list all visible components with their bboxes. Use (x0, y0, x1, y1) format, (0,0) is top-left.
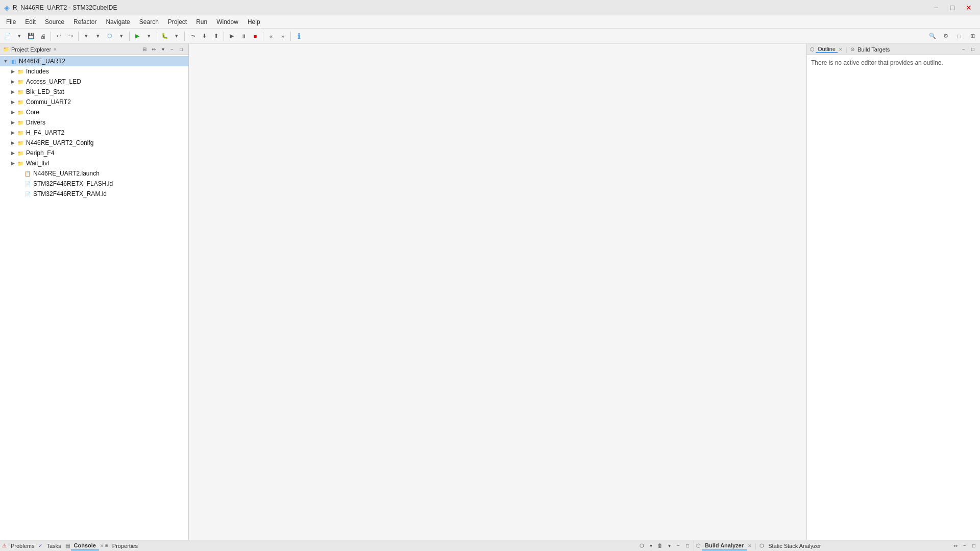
toolbar-search-icon[interactable]: 🔍 (927, 31, 938, 42)
toolbar-debug-bug[interactable]: 🐛 (159, 31, 170, 42)
toolbar-prev-annotation[interactable]: « (265, 31, 277, 42)
center-panel (189, 44, 806, 540)
outline-minimize-button[interactable]: − (960, 45, 968, 54)
outline-tab-close[interactable]: ✕ (839, 47, 843, 52)
tree-wait-ltvl-item[interactable]: ▶ 📁 Wait_ltvl (0, 158, 188, 168)
toolbar-step-into[interactable]: ⬇ (199, 31, 210, 42)
menu-source[interactable]: Source (41, 16, 68, 28)
minimize-button[interactable]: − (929, 2, 943, 13)
toolbar-step-over[interactable]: ⤼ (187, 31, 198, 42)
outline-maximize-button[interactable]: □ (969, 45, 977, 54)
title-text: ◈ R_N446RE_UART2 - STM32CubeIDE (4, 4, 117, 12)
tree-n446re-config-item[interactable]: ▶ 📁 N446RE_UART2_Conifg (0, 138, 188, 148)
toolbar-suspend[interactable]: ⏸ (238, 31, 249, 42)
minimize-panel-button[interactable]: − (168, 45, 176, 54)
toolbar-settings[interactable]: ⚙ (940, 31, 951, 42)
drivers-expand-arrow[interactable]: ▶ (9, 120, 16, 125)
build-maximize-btn[interactable]: □ (970, 542, 978, 550)
tree-periph-f4-item[interactable]: ▶ 📁 Periph_F4 (0, 148, 188, 158)
toolbar-undo[interactable]: ↩ (53, 31, 64, 42)
toolbar-info[interactable]: ℹ (293, 31, 304, 42)
toolbar-run-dropdown[interactable]: ▾ (92, 31, 104, 42)
close-button[interactable]: ✕ (962, 2, 976, 13)
tree-root-item[interactable]: ▼ ◧ N446RE_UART2 (0, 56, 188, 66)
outline-tab[interactable]: Outline (816, 46, 838, 53)
toolbar-debug-bug-dropdown[interactable]: ▾ (171, 31, 182, 42)
commu-uart-expand-arrow[interactable]: ▶ (9, 99, 16, 105)
toolbar-run-green-dropdown[interactable]: ▾ (143, 31, 155, 42)
tree-drivers-item[interactable]: ▶ 📁 Drivers (0, 117, 188, 128)
tree-flash-ld-item[interactable]: 📄 STM32F446RETX_FLASH.ld (0, 179, 188, 189)
build-analyzer-icon: ⬡ (696, 543, 701, 548)
console-tab-close[interactable]: ✕ (100, 543, 104, 548)
link-editor-button[interactable]: ⇔ (150, 45, 158, 54)
console-clear-btn[interactable]: 🗑 (656, 542, 664, 550)
collapse-all-button[interactable]: ⊟ (140, 45, 149, 54)
view-menu-button[interactable]: ▾ (159, 45, 167, 54)
maximize-button[interactable]: □ (945, 2, 960, 13)
menu-help[interactable]: Help (243, 16, 264, 28)
wait-ltvl-folder-icon: 📁 (16, 159, 24, 167)
toolbar-print[interactable]: 🖨 (37, 31, 48, 42)
tree-core-item[interactable]: ▶ 📁 Core (0, 107, 188, 117)
access-uart-expand-arrow[interactable]: ▶ (9, 79, 16, 84)
project-explorer-label: Project Explorer (11, 46, 51, 53)
tree-blk-led-item[interactable]: ▶ 📁 Blk_LED_Stat (0, 87, 188, 97)
maximize-panel-button[interactable]: □ (177, 45, 185, 54)
console-open-console-btn[interactable]: ⬡ (638, 542, 646, 550)
build-targets-tab[interactable]: Build Targets (855, 46, 892, 53)
toolbar-sep3 (129, 32, 130, 41)
tree-includes-item[interactable]: ▶ 📁 Includes (0, 66, 188, 77)
properties-tab[interactable]: Properties (109, 541, 141, 550)
toolbar-debug-dropdown[interactable]: ▾ (81, 31, 92, 42)
console-dropdown-btn[interactable]: ▾ (665, 542, 673, 550)
build-analyzer-tab[interactable]: Build Analyzer (702, 541, 747, 550)
menu-file[interactable]: File (2, 16, 20, 28)
build-link-btn[interactable]: ⇔ (951, 542, 960, 550)
wait-ltvl-expand-arrow[interactable]: ▶ (9, 161, 16, 166)
root-expand-arrow[interactable]: ▼ (2, 59, 9, 64)
toolbar-run-green[interactable]: ▶ (132, 31, 143, 42)
tree-access-uart-item[interactable]: ▶ 📁 Access_UART_LED (0, 77, 188, 87)
toolbar-build-dropdown[interactable]: ▾ (116, 31, 127, 42)
menu-window[interactable]: Window (212, 16, 242, 28)
includes-expand-arrow[interactable]: ▶ (9, 69, 16, 74)
console-tab[interactable]: Console (71, 541, 99, 550)
static-stack-tab[interactable]: Static Stack Analyzer (765, 541, 824, 550)
menu-project[interactable]: Project (164, 16, 191, 28)
tasks-tab[interactable]: Tasks (43, 541, 64, 550)
toolbar-new-dropdown[interactable]: ▾ (14, 31, 25, 42)
toolbar-save[interactable]: 💾 (26, 31, 37, 42)
build-minimize-btn[interactable]: − (961, 542, 969, 550)
periph-f4-expand-arrow[interactable]: ▶ (9, 151, 16, 156)
menu-search[interactable]: Search (135, 16, 163, 28)
toolbar-new[interactable]: 📄 (2, 31, 13, 42)
toolbar-resume[interactable]: ▶ (226, 31, 237, 42)
console-display-selected-btn[interactable]: ▾ (647, 542, 655, 550)
n446re-config-folder-icon: 📁 (16, 139, 24, 147)
menu-edit[interactable]: Edit (21, 16, 40, 28)
tree-ram-ld-item[interactable]: 📄 STM32F446RETX_RAM.ld (0, 189, 188, 199)
toolbar-terminate[interactable]: ■ (250, 31, 261, 42)
menu-refactor[interactable]: Refactor (69, 16, 101, 28)
h-f4-expand-arrow[interactable]: ▶ (9, 130, 16, 135)
tree-commu-uart-item[interactable]: ▶ 📁 Commu_UART2 (0, 97, 188, 107)
toolbar-step-out[interactable]: ⬆ (210, 31, 222, 42)
n446re-config-expand-arrow[interactable]: ▶ (9, 140, 16, 145)
tree-h-f4-item[interactable]: ▶ 📁 H_F4_UART2 (0, 128, 188, 138)
tree-launch-file-item[interactable]: 📋 N446RE_UART2.launch (0, 168, 188, 179)
toolbar-redo[interactable]: ↪ (65, 31, 76, 42)
console-minimize-btn[interactable]: − (674, 542, 682, 550)
menu-navigate[interactable]: Navigate (102, 16, 134, 28)
toolbar-perspective[interactable]: □ (953, 31, 965, 42)
toolbar-next-annotation[interactable]: » (277, 31, 288, 42)
core-expand-arrow[interactable]: ▶ (9, 110, 16, 115)
toolbar-build[interactable]: ⬡ (104, 31, 115, 42)
menu-run[interactable]: Run (192, 16, 211, 28)
properties-tab-icon: ≡ (105, 543, 108, 548)
build-analyzer-close[interactable]: ✕ (748, 543, 752, 548)
toolbar-open-perspective[interactable]: ⊞ (967, 31, 978, 42)
blk-led-expand-arrow[interactable]: ▶ (9, 89, 16, 94)
console-maximize-btn[interactable]: □ (683, 542, 692, 550)
problems-tab[interactable]: Problems (8, 541, 37, 550)
